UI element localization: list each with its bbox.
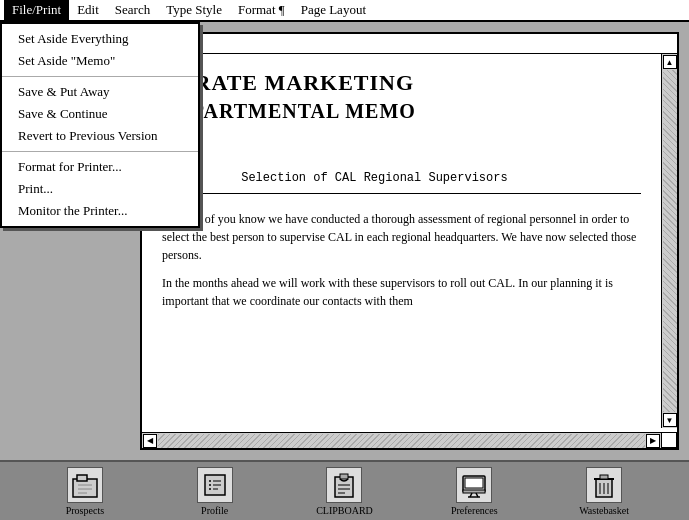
menu-type-style[interactable]: Type Style [158,0,230,20]
doc-meta-re-value: Selection of CAL Regional Supervisors [241,171,507,185]
taskbar-preferences-label: Preferences [451,505,498,516]
taskbar-profile[interactable]: Profile [185,467,245,516]
prospects-icon [67,467,103,503]
menu-print[interactable]: Print... [2,178,198,200]
file-dropdown-menu: Set Aside Everything Set Aside "Memo" Sa… [0,22,200,228]
preferences-icon [456,467,492,503]
doc-paragraph-1: As most of you know we have conducted a … [162,210,641,264]
menu-save-put-away[interactable]: Save & Put Away [2,81,198,103]
document-window: Memo ▲ ▼ ◀ ▶ PORATE MARKETING DEPARTMENT… [140,32,679,450]
scroll-up-button[interactable]: ▲ [663,55,677,69]
taskbar-preferences[interactable]: Preferences [444,467,504,516]
menu-search[interactable]: Search [107,0,158,20]
taskbar: Prospects Profile [0,460,689,520]
doc-body: As most of you know we have conducted a … [162,210,641,310]
profile-icon [197,467,233,503]
svg-rect-18 [463,490,485,493]
scroll-track-vertical[interactable] [663,70,677,412]
taskbar-wastebasket[interactable]: Wastebasket [574,467,634,516]
scroll-left-button[interactable]: ◀ [143,434,157,448]
menu-set-aside-memo[interactable]: Set Aside "Memo" [2,50,198,72]
doc-heading-corporate: PORATE MARKETING [162,70,641,96]
scrollbar-corner [661,432,677,448]
menu-revert[interactable]: Revert to Previous Version [2,125,198,147]
menu-divider-2 [2,151,198,152]
menu-format[interactable]: Format ¶ [230,0,293,20]
svg-rect-12 [335,477,353,497]
menu-set-aside-everything[interactable]: Set Aside Everything [2,28,198,50]
scroll-track-horizontal[interactable] [158,434,645,448]
document-titlebar: Memo [142,34,677,54]
menu-divider-1 [2,76,198,77]
taskbar-prospects-label: Prospects [66,505,104,516]
scroll-down-button[interactable]: ▼ [663,413,677,427]
doc-meta-from: FROM: [162,155,641,169]
taskbar-clipboard-label: CLIPBOARD [316,505,373,516]
menu-save-continue[interactable]: Save & Continue [2,103,198,125]
svg-rect-13 [340,474,348,479]
taskbar-prospects[interactable]: Prospects [55,467,115,516]
scrollbar-bottom: ◀ ▶ [142,432,661,448]
menu-file-print[interactable]: File/Print [4,0,69,20]
taskbar-clipboard[interactable]: CLIPBOARD [314,467,374,516]
menu-monitor-printer[interactable]: Monitor the Printer... [2,200,198,222]
doc-meta-re: RE: Selection of CAL Regional Supervisor… [162,171,641,185]
menu-edit[interactable]: Edit [69,0,107,20]
document-content: PORATE MARKETING DEPARTMENTAL MEMO TO: F… [142,54,661,432]
clipboard-icon [326,467,362,503]
scroll-right-button[interactable]: ▶ [646,434,660,448]
doc-meta-to: TO: [162,139,641,153]
doc-paragraph-2: In the months ahead we will work with th… [162,274,641,310]
taskbar-profile-label: Profile [201,505,228,516]
svg-rect-25 [600,475,608,479]
doc-divider [162,193,641,194]
scrollbar-right: ▲ ▼ [661,54,677,428]
doc-heading-memo: DEPARTMENTAL MEMO [162,100,641,123]
svg-rect-22 [465,478,483,488]
taskbar-wastebasket-label: Wastebasket [579,505,629,516]
menu-format-printer[interactable]: Format for Printer... [2,156,198,178]
menu-page-layout[interactable]: Page Layout [293,0,374,20]
wastebasket-icon [586,467,622,503]
menubar: File/Print Edit Search Type Style Format… [0,0,689,22]
svg-rect-1 [77,475,87,481]
